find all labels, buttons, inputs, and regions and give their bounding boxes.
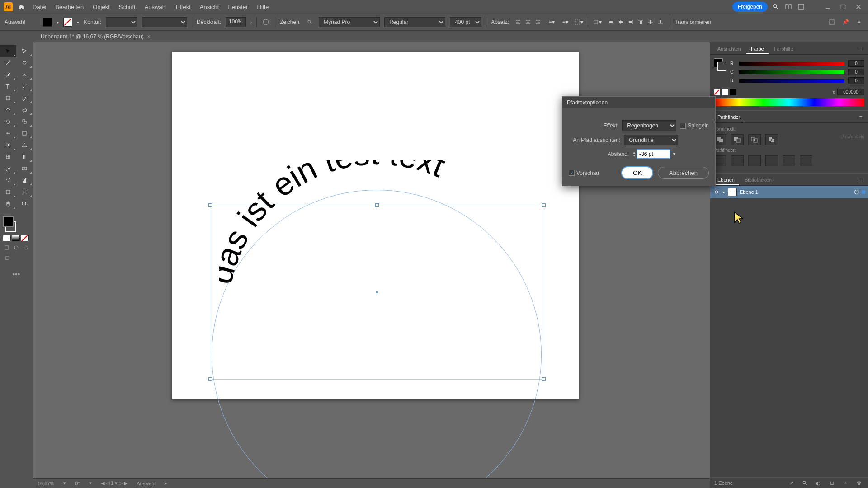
- crop-icon[interactable]: [765, 155, 778, 166]
- minus-back-icon[interactable]: [800, 155, 812, 166]
- blend-tool[interactable]: [16, 163, 33, 174]
- menu-fenster[interactable]: Fenster: [225, 2, 250, 12]
- cancel-button[interactable]: Abbrechen: [658, 167, 709, 179]
- locate-icon[interactable]: [800, 479, 809, 488]
- tab-ebenen[interactable]: Ebenen: [713, 175, 739, 185]
- slice-tool[interactable]: [16, 186, 33, 198]
- target-icon[interactable]: [854, 190, 859, 194]
- weight-select[interactable]: Regular: [384, 17, 445, 27]
- shape-builder-tool[interactable]: [0, 139, 16, 151]
- gradient-mode-icon[interactable]: [12, 235, 20, 241]
- font-select[interactable]: Myriad Pro: [319, 17, 380, 27]
- align-select[interactable]: Grundlinie: [624, 135, 678, 145]
- shaper-tool[interactable]: [0, 104, 16, 116]
- mirror-checkbox[interactable]: Spiegeln: [680, 122, 709, 129]
- none-mode-icon[interactable]: [21, 235, 29, 241]
- hand-tool[interactable]: [0, 198, 16, 210]
- panel-menu-icon[interactable]: ≡: [856, 113, 865, 122]
- menu-schrift[interactable]: Schrift: [116, 2, 138, 12]
- draw-behind-icon[interactable]: [12, 243, 21, 252]
- minimize-icon[interactable]: [825, 4, 831, 10]
- h-align-right-icon[interactable]: [626, 18, 635, 27]
- preview-checkbox[interactable]: ✓Vorschau: [569, 170, 599, 176]
- align-right-icon[interactable]: [533, 18, 542, 27]
- menu-hilfe[interactable]: Hilfe: [255, 2, 272, 12]
- search-icon[interactable]: [771, 2, 780, 11]
- delete-layer-icon[interactable]: 🗑: [854, 479, 863, 488]
- home-icon[interactable]: [16, 2, 26, 12]
- draw-normal-icon[interactable]: [3, 243, 11, 252]
- transform-label[interactable]: Transformieren: [675, 19, 711, 25]
- menu-effekt[interactable]: Effekt: [173, 2, 193, 12]
- rectangle-tool[interactable]: [0, 92, 16, 104]
- graph-tool[interactable]: [16, 174, 33, 186]
- line-tool[interactable]: [16, 80, 33, 92]
- layer-row[interactable]: ▸ Ebene 1: [710, 186, 868, 198]
- draw-inside-icon[interactable]: [21, 243, 30, 252]
- effect-select[interactable]: Regenbogen: [622, 120, 676, 131]
- divide-icon[interactable]: [714, 155, 726, 166]
- layer-export-icon[interactable]: ↗: [787, 479, 796, 488]
- paintbrush-tool[interactable]: [16, 92, 33, 104]
- curvature-tool[interactable]: [16, 69, 33, 80]
- merge-icon[interactable]: [748, 155, 761, 166]
- free-transform-tool[interactable]: [16, 127, 33, 139]
- panel-menu-icon[interactable]: ≡: [856, 175, 865, 184]
- type-tool[interactable]: T: [0, 80, 16, 92]
- trim-icon[interactable]: [731, 155, 744, 166]
- v-align-middle-icon[interactable]: [646, 18, 655, 27]
- menu-auswahl[interactable]: Auswahl: [142, 2, 170, 12]
- more-icon[interactable]: ≡: [854, 18, 863, 27]
- direct-selection-tool[interactable]: [16, 45, 33, 57]
- workspace-icon[interactable]: [797, 2, 806, 11]
- share-button[interactable]: Freigeben: [732, 2, 768, 12]
- list-number-icon[interactable]: ≡▾: [561, 18, 570, 27]
- recolor-icon[interactable]: [261, 18, 270, 27]
- symbol-sprayer-tool[interactable]: [0, 174, 16, 186]
- hex-value[interactable]: [837, 89, 864, 95]
- artboard-nav[interactable]: ◀ ◁ 1 ▾ ▷ ▶: [101, 480, 127, 486]
- document-tab[interactable]: Unbenannt-1* @ 16,67 % (RGB/Vorschau) ×: [36, 32, 155, 42]
- color-swap[interactable]: [0, 214, 33, 234]
- layer-name[interactable]: Ebene 1: [740, 189, 758, 195]
- g-value[interactable]: [848, 69, 864, 75]
- expand-arrow-icon[interactable]: ▸: [723, 190, 725, 194]
- zoom-tool[interactable]: [16, 198, 33, 210]
- arrange-icon[interactable]: [784, 2, 793, 11]
- align-to-icon[interactable]: ▾: [593, 18, 602, 27]
- list-bullet-icon[interactable]: ≡▾: [547, 18, 556, 27]
- eyedropper-tool[interactable]: [0, 163, 16, 174]
- scale-tool[interactable]: [16, 116, 33, 127]
- tab-ausrichten[interactable]: Ausrichten: [713, 44, 745, 54]
- opacity-value[interactable]: 100%: [226, 17, 246, 27]
- menu-bearbeiten[interactable]: Bearbeiten: [52, 2, 86, 12]
- zoom-value[interactable]: 16,67%: [38, 481, 54, 486]
- new-sublayer-icon[interactable]: ⊞: [827, 479, 836, 488]
- outline-icon[interactable]: [783, 155, 795, 166]
- menu-datei[interactable]: Datei: [30, 2, 49, 12]
- style-icon[interactable]: ▾: [574, 18, 583, 27]
- v-align-top-icon[interactable]: [636, 18, 645, 27]
- eraser-tool[interactable]: [16, 104, 33, 116]
- spacing-input[interactable]: [637, 149, 670, 159]
- align-center-icon[interactable]: [524, 18, 533, 27]
- visibility-icon[interactable]: [713, 188, 720, 196]
- tab-bibliotheken[interactable]: Bibliotheken: [740, 175, 776, 185]
- gradient-tool[interactable]: [16, 151, 33, 163]
- mesh-tool[interactable]: [0, 151, 16, 163]
- unite-icon[interactable]: [714, 134, 726, 145]
- maximize-icon[interactable]: [840, 4, 846, 10]
- rotate-tool[interactable]: [0, 116, 16, 127]
- r-value[interactable]: [848, 60, 864, 67]
- fill-swatch[interactable]: [43, 18, 52, 27]
- close-tab-icon[interactable]: ×: [147, 33, 151, 40]
- h-align-center-icon[interactable]: [616, 18, 625, 27]
- rotation-value[interactable]: 0°: [75, 481, 80, 486]
- mask-icon[interactable]: ◐: [814, 479, 823, 488]
- pen-tool[interactable]: [0, 69, 16, 80]
- stroke-profile-field[interactable]: [142, 17, 187, 27]
- v-align-bottom-icon[interactable]: [656, 18, 665, 27]
- spectrum[interactable]: [714, 98, 864, 106]
- stroke-width-field[interactable]: [106, 17, 137, 27]
- artboard-tool[interactable]: [0, 186, 16, 198]
